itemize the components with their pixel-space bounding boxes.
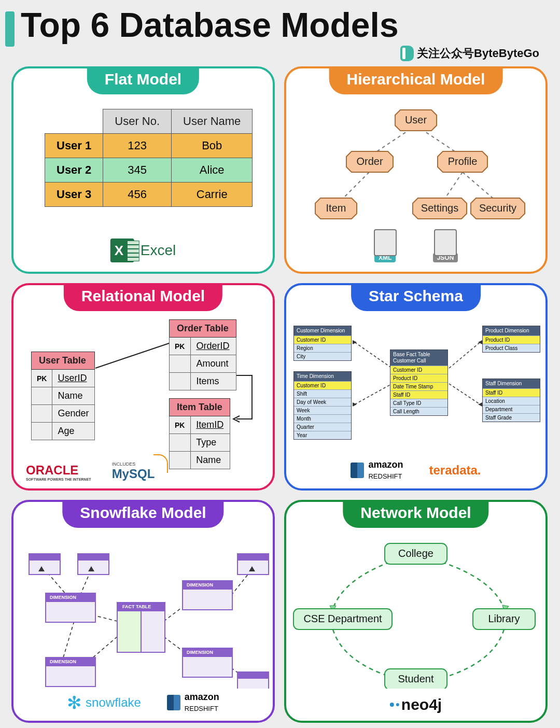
card-snowflake: Snowflake Model DIMENSION DIMEN (11, 500, 275, 723)
svg-line-5 (95, 342, 172, 368)
svg-rect-22 (78, 560, 109, 575)
card-star: Star Schema Customer Dimension Customer … (284, 283, 548, 491)
redshift-icon (167, 695, 180, 710)
pk: ItemID (191, 416, 230, 434)
node-library: Library (488, 613, 520, 624)
neo4j-text: neo4j (401, 696, 442, 713)
svg-rect-31 (46, 666, 95, 687)
card-relational: Relational Model User Table PKUserID Nam… (11, 283, 275, 491)
row-label: User 2 (45, 158, 103, 183)
cell: Bob (172, 134, 253, 158)
svg-text:DIMENSION: DIMENSION (50, 659, 76, 664)
hier-formats: XML JSON (286, 229, 545, 262)
card-title-hier: Hierarchical Model (329, 66, 503, 94)
dim-staff: Staff Dimension Staff ID Location Depart… (482, 379, 540, 422)
col: Gender (52, 405, 94, 423)
redshift-logo: amazonREDSHIFT (167, 692, 219, 713)
attribution: 关注公众号ByteByteGo (400, 46, 539, 61)
svg-rect-41 (117, 611, 141, 652)
teradata-logo: teradata. (429, 463, 481, 478)
svg-rect-24 (237, 560, 269, 575)
node-order: Order (356, 156, 383, 167)
oracle-logo: ORACLESOFTWARE POWERS THE INTERNET (26, 463, 91, 481)
mysql-logo: INCLUDESMySQL (112, 461, 155, 481)
pk: UserID (52, 370, 94, 387)
svg-rect-20 (29, 560, 60, 575)
star-diagram: Customer Dimension Customer ID Region Ci… (293, 321, 542, 456)
user-table: User Table PKUserID Name Gender Age (31, 352, 95, 440)
cell: Alice (172, 158, 253, 183)
svg-rect-37 (183, 656, 232, 677)
pk: OrderID (191, 338, 236, 355)
snowflake-logo: snowflake (67, 692, 141, 713)
dim-time: Time Dimension Customer ID Shift Day of … (293, 371, 352, 440)
col: Amount (191, 355, 236, 373)
svg-line-6 (355, 342, 392, 368)
bytebytego-icon (400, 46, 414, 61)
svg-text:FACT TABLE: FACT TABLE (122, 604, 151, 609)
col: Name (52, 387, 94, 405)
neo4j-icon (390, 703, 394, 707)
node-cse: CSE Department (303, 613, 382, 624)
snow-diagram: DIMENSION DIMENSION DIMENSION DIMENSION … (13, 533, 273, 689)
cell: 456 (103, 183, 172, 207)
col: Age (52, 423, 94, 440)
hier-tree: User Order Profile Item Settings Securit… (286, 100, 545, 234)
cell: 345 (103, 158, 172, 183)
col: Items (191, 373, 236, 390)
node-security: Security (479, 202, 516, 214)
node-student: Student (398, 673, 434, 684)
card-network: Network Model College CSE Department Lib… (284, 500, 548, 723)
cell: Carrie (172, 183, 253, 207)
svg-rect-34 (183, 589, 232, 610)
col: Name (191, 452, 230, 469)
node-college: College (398, 548, 433, 559)
star-logos: amazonREDSHIFT teradata. (286, 459, 545, 481)
node-user: User (405, 114, 427, 125)
accent-bar (5, 11, 15, 47)
tbl-title: Order Table (170, 320, 236, 338)
node-profile: Profile (448, 156, 478, 167)
order-table: Order Table PKOrderID Amount Items (169, 319, 236, 390)
row-label: User 3 (45, 183, 103, 207)
svg-rect-26 (237, 678, 269, 689)
card-title-flat: Flat Model (87, 66, 199, 94)
node-item: Item (326, 202, 346, 214)
cell: 123 (103, 134, 172, 158)
flat-table: User No. User Name User 1 123 Bob User 2… (45, 109, 253, 207)
xml-icon: XML (374, 229, 397, 262)
snow-logos: snowflake amazonREDSHIFT (13, 692, 273, 713)
col-userno: User No. (103, 109, 172, 134)
excel-icon (110, 239, 134, 262)
neo4j-logo: neo4j (390, 696, 442, 713)
net-diagram: College CSE Department Library Student (286, 533, 545, 689)
svg-rect-21 (78, 554, 109, 560)
dim-customer: Customer Dimension Customer ID Region Ci… (293, 326, 352, 361)
svg-rect-25 (237, 672, 269, 678)
redshift-logo: amazonREDSHIFT (351, 459, 403, 481)
node-settings: Settings (421, 202, 458, 214)
card-grid: Flat Model User No. User Name User 1 123… (11, 66, 548, 723)
svg-text:DIMENSION: DIMENSION (187, 582, 213, 587)
col: Type (191, 434, 230, 452)
svg-rect-28 (46, 601, 95, 622)
excel-label: Excel (141, 242, 176, 259)
svg-rect-19 (29, 554, 60, 560)
tbl-title: User Table (32, 352, 95, 370)
tbl-title: Item Table (170, 399, 230, 416)
card-title-star: Star Schema (351, 283, 481, 311)
redshift-icon (351, 463, 364, 478)
svg-line-8 (449, 342, 480, 368)
col-username: User Name (172, 109, 253, 134)
svg-line-9 (449, 384, 480, 404)
json-icon: JSON (433, 229, 458, 262)
card-title-net: Network Model (343, 500, 488, 528)
rel-logos: ORACLESOFTWARE POWERS THE INTERNET INCLU… (26, 461, 155, 481)
svg-text:DIMENSION: DIMENSION (187, 650, 213, 655)
excel-logo: Excel (110, 239, 176, 262)
row-label: User 1 (45, 134, 103, 158)
svg-line-7 (355, 384, 392, 404)
neo4j-icon (396, 703, 399, 706)
item-table: Item Table PKItemID Type Name (169, 398, 230, 469)
card-title-snow: Snowflake Model (62, 500, 223, 528)
